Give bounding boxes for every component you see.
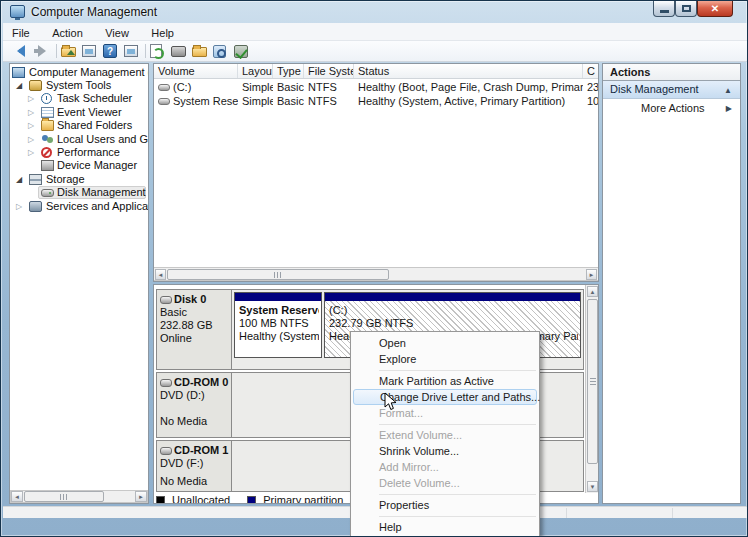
collapsed-arrow-icon[interactable] xyxy=(28,146,34,159)
forward-icon[interactable] xyxy=(34,43,51,59)
column-layout[interactable]: Layout xyxy=(238,64,273,78)
sidebar-item-task-scheduler[interactable]: Task Scheduler xyxy=(10,92,149,105)
show-console-tree-icon[interactable] xyxy=(82,43,99,59)
collapsed-arrow-icon[interactable] xyxy=(28,119,34,132)
menu-item-delete-volume: Delete Volume... xyxy=(351,475,539,491)
help-icon[interactable]: ? xyxy=(103,43,120,59)
scroll-left-icon[interactable]: ◄ xyxy=(155,269,166,280)
column-capacity[interactable]: C xyxy=(583,64,599,78)
show-actions-pane-icon[interactable] xyxy=(124,43,141,59)
menu-item-extend-volume: Extend Volume... xyxy=(351,427,539,443)
legend-primary-partition: Primary partition xyxy=(263,494,343,504)
expanded-arrow-icon[interactable] xyxy=(16,173,22,186)
tree-horizontal-scrollbar[interactable]: ◄ ► xyxy=(10,490,148,503)
cdrom1-info[interactable]: CD-ROM 1 DVD (F:) No Media xyxy=(157,441,232,491)
submenu-caret-icon: ▶ xyxy=(726,104,732,113)
find-icon[interactable] xyxy=(213,43,230,59)
more-actions-item[interactable]: More Actions ▶ xyxy=(603,100,740,117)
menu-item-properties[interactable]: Properties xyxy=(351,497,539,513)
scroll-right-icon[interactable]: ► xyxy=(586,269,597,280)
primary-partition-swatch xyxy=(247,496,256,504)
menu-help[interactable]: Help xyxy=(142,25,183,41)
mouse-cursor xyxy=(384,392,398,416)
menu-action[interactable]: Action xyxy=(43,25,92,41)
volume-row-c[interactable]: (C:) Simple Basic NTFS Healthy (Boot, Pa… xyxy=(154,81,599,95)
back-icon[interactable] xyxy=(11,43,28,59)
toolbar: ? xyxy=(3,41,747,62)
computer-management-window: Computer Management ✕ File Action View H… xyxy=(0,0,748,537)
scroll-thumb[interactable] xyxy=(167,269,389,280)
cdrom0-info[interactable]: CD-ROM 0 DVD (D:) No Media xyxy=(157,373,232,437)
services-icon xyxy=(29,201,42,212)
tree-root-computer-management[interactable]: Computer Management (Local) xyxy=(12,66,149,79)
sidebar-item-shared-folders[interactable]: Shared Folders xyxy=(10,119,149,132)
primary-partition-bar xyxy=(235,293,321,301)
partition-system-reserved[interactable]: System Reserved 100 MB NTFS Healthy (Sys… xyxy=(234,292,322,358)
menu-item-help[interactable]: Help xyxy=(351,519,539,535)
partition-context-menu: Open Explore Mark Partition as Active Ch… xyxy=(350,331,540,537)
scroll-right-icon[interactable]: ► xyxy=(135,491,147,502)
disk-graph-vertical-scrollbar[interactable]: ▲ ▼ xyxy=(585,285,598,493)
scroll-left-icon[interactable]: ◄ xyxy=(11,491,23,502)
title-bar[interactable]: Computer Management ✕ xyxy=(1,1,748,23)
up-level-icon[interactable] xyxy=(61,43,78,59)
sidebar-item-system-tools[interactable]: System Tools xyxy=(10,79,149,92)
legend-unallocated: Unallocated xyxy=(172,494,230,504)
actions-pane: Actions Disk Management ▲ More Actions ▶ xyxy=(602,63,741,504)
disk-icon xyxy=(41,189,54,197)
menu-item-open[interactable]: Open xyxy=(351,335,539,351)
shared-folder-icon xyxy=(41,120,54,131)
disk-properties-icon[interactable] xyxy=(171,43,188,59)
volume-list-horizontal-scrollbar[interactable]: ◄ ► xyxy=(154,267,598,281)
disk-drive-icon xyxy=(160,296,172,304)
collapsed-arrow-icon[interactable] xyxy=(28,133,34,146)
column-type[interactable]: Type xyxy=(273,64,304,78)
sidebar-item-disk-management[interactable]: Disk Management xyxy=(10,186,149,199)
collapse-caret-icon[interactable]: ▲ xyxy=(724,86,732,95)
scroll-thumb[interactable] xyxy=(587,299,598,464)
scroll-thumb[interactable] xyxy=(24,491,104,502)
computer-icon xyxy=(12,67,25,78)
unallocated-swatch xyxy=(156,496,165,504)
computer-management-app-icon xyxy=(10,5,25,18)
volume-list-header: Volume Layout Type File System Status C xyxy=(154,64,599,79)
sidebar-item-local-users-and-groups[interactable]: Local Users and Groups xyxy=(10,133,149,146)
scroll-down-icon[interactable]: ▼ xyxy=(587,481,598,492)
storage-icon xyxy=(29,174,42,185)
collapsed-arrow-icon[interactable] xyxy=(28,92,34,105)
check-disk-icon[interactable] xyxy=(234,43,251,59)
expanded-arrow-icon[interactable] xyxy=(16,79,22,92)
refresh-icon[interactable] xyxy=(150,43,167,59)
sidebar-item-performance[interactable]: Performance xyxy=(10,146,149,159)
actions-group-disk-management[interactable]: Disk Management ▲ xyxy=(603,81,740,99)
cd-drive-icon xyxy=(160,379,172,387)
menu-item-shrink-volume[interactable]: Shrink Volume... xyxy=(351,443,539,459)
primary-partition-bar xyxy=(325,293,580,301)
menu-item-add-mirror: Add Mirror... xyxy=(351,459,539,475)
cd-drive-icon xyxy=(160,447,172,455)
sidebar-item-services-and-applications[interactable]: Services and Applications xyxy=(10,200,149,213)
sidebar-item-event-viewer[interactable]: Event Viewer xyxy=(10,106,149,119)
volume-icon xyxy=(158,98,170,105)
sidebar-item-device-manager[interactable]: Device Manager xyxy=(10,159,149,172)
column-volume[interactable]: Volume xyxy=(154,64,238,78)
column-file-system[interactable]: File System xyxy=(304,64,354,78)
menu-item-explore[interactable]: Explore xyxy=(351,351,539,367)
minimize-button[interactable] xyxy=(653,1,675,17)
maximize-button[interactable] xyxy=(675,1,697,17)
collapsed-arrow-icon[interactable] xyxy=(16,200,22,213)
close-button[interactable]: ✕ xyxy=(697,1,733,17)
scroll-up-icon[interactable]: ▲ xyxy=(587,286,598,297)
open-folder-icon[interactable] xyxy=(192,43,209,59)
volume-row-system-reserved[interactable]: System Reserved Simple Basic NTFS Health… xyxy=(154,95,599,109)
collapsed-arrow-icon[interactable] xyxy=(28,106,34,119)
sidebar-item-storage[interactable]: Storage xyxy=(10,173,149,186)
menu-file[interactable]: File xyxy=(3,25,39,41)
actions-header: Actions xyxy=(603,64,740,81)
menu-item-mark-partition-active[interactable]: Mark Partition as Active xyxy=(351,373,539,389)
menu-view[interactable]: View xyxy=(96,25,138,41)
disk0-info[interactable]: Disk 0 Basic 232.88 GB Online xyxy=(157,290,232,369)
menu-item-change-drive-letter[interactable]: Change Drive Letter and Paths... xyxy=(353,389,537,405)
performance-icon xyxy=(41,147,52,158)
column-status[interactable]: Status xyxy=(354,64,583,78)
